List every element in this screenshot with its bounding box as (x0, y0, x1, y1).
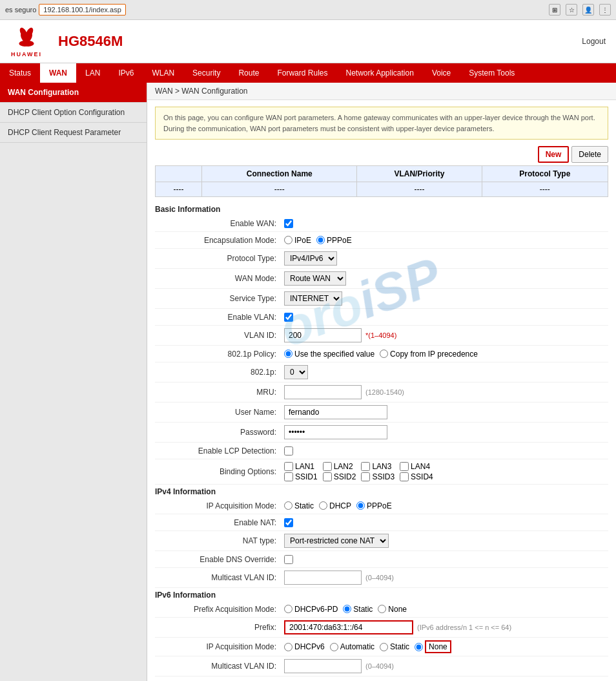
browser-bar: es seguro 192.168.100.1/index.asp ⊞ ☆ 👤 … (0, 0, 616, 20)
ipv4-multicast-row: Multicast VLAN ID: (0–4094) (155, 568, 608, 588)
ipv6-multicast-control: (0–4094) (284, 659, 608, 673)
protocol-label: Protocol Type: (155, 254, 284, 263)
ipv4-pppoe-item: PPPoE (356, 501, 392, 510)
table-row: ---- ---- ---- ---- (156, 182, 608, 197)
config-table: Connection Name VLAN/Priority Protocol T… (155, 165, 608, 197)
binding-ssid2-checkbox[interactable] (323, 472, 332, 481)
ipv6-multicast-label: Multicast VLAN ID: (155, 662, 284, 671)
service-control: INTERNET TR069 VOIP (284, 291, 608, 306)
enable-wan-control (284, 219, 608, 228)
nav-forward-rules[interactable]: Forward Rules (268, 63, 336, 83)
ipv6-none-label: None (425, 640, 451, 653)
policy-specified-radio[interactable] (284, 350, 293, 358)
pfx-dhcpv6pd-label: DHCPv6-PD (294, 605, 338, 614)
ipv4-dhcp-radio[interactable] (319, 501, 327, 510)
wan-mode-select[interactable]: Route WAN Bridge WAN (284, 271, 346, 286)
extension-icon[interactable]: ⊞ (549, 4, 560, 16)
pfx-none-radio[interactable] (378, 605, 386, 613)
nav-status[interactable]: Status (0, 63, 40, 83)
ipv6-static-item: Static (380, 642, 409, 651)
binding-lan4-checkbox[interactable] (400, 462, 409, 471)
lcp-checkbox[interactable] (284, 446, 293, 456)
ipv4-static-label: Static (294, 501, 314, 510)
service-select[interactable]: INTERNET TR069 VOIP (284, 291, 342, 306)
nav-security[interactable]: Security (183, 63, 229, 83)
binding-ssid4: SSID4 (400, 472, 433, 481)
binding-lan2-checkbox[interactable] (323, 462, 332, 471)
ipv6-title: IPv6 Information (155, 588, 608, 601)
binding-lan3-checkbox[interactable] (361, 462, 370, 471)
vlan-id-label: VLAN ID: (155, 331, 284, 340)
ipv4-static-radio[interactable] (284, 501, 293, 510)
binding-lan3-label: LAN3 (372, 462, 391, 471)
sidebar-dhcp-option[interactable]: DHCP Client Option Configuration (0, 103, 147, 123)
ipv6-dhcpv6-radio[interactable] (284, 643, 293, 651)
password-label: Password: (155, 428, 284, 437)
ipv4-pppoe-radio[interactable] (356, 501, 365, 510)
ipv4-multicast-label: Multicast VLAN ID: (155, 573, 284, 582)
policy-copy-radio[interactable] (380, 350, 388, 358)
dns-override-checkbox[interactable] (284, 555, 293, 564)
protocol-select[interactable]: IPv4/IPv6 IPv4 IPv6 (284, 251, 337, 266)
binding-ssid2-label: SSID2 (334, 472, 356, 481)
password-input[interactable] (284, 425, 387, 439)
binding-ssid4-checkbox[interactable] (400, 472, 409, 481)
ipv4-multicast-input[interactable] (284, 571, 362, 585)
dot1p-select[interactable]: 0 1 2 (284, 365, 308, 379)
sidebar-wan-configuration[interactable]: WAN Configuration (0, 83, 147, 103)
ipv6-none-radio[interactable] (415, 643, 423, 651)
nav-lan[interactable]: LAN (76, 63, 109, 83)
pfx-dhcpv6pd-item: DHCPv6-PD (284, 605, 338, 614)
col-connection-name: Connection Name (202, 166, 357, 182)
star-icon[interactable]: ☆ (566, 4, 577, 16)
ipv6-multicast-hint: (0–4094) (365, 662, 394, 670)
ipv6-automatic-radio[interactable] (330, 643, 338, 651)
ipv6-none-item: None (415, 640, 451, 653)
enable-vlan-checkbox[interactable] (284, 313, 293, 322)
sidebar-dhcp-request[interactable]: DHCP Client Request Parameter (0, 123, 147, 143)
vlan-id-input[interactable] (284, 328, 362, 342)
new-button[interactable]: New (538, 146, 570, 163)
encap-ipoE-radio[interactable] (284, 236, 293, 244)
nav-ipv6[interactable]: IPv6 (109, 63, 143, 83)
nat-type-select[interactable]: Port-restricted cone NAT Full cone NAT R… (284, 534, 389, 548)
encap-ipoE-label: IPoE (294, 236, 311, 245)
nav-wlan[interactable]: WLAN (143, 63, 183, 83)
delete-button[interactable]: Delete (571, 146, 608, 163)
logout-button[interactable]: Logout (582, 37, 606, 46)
pfx-static-radio[interactable] (343, 605, 351, 613)
nav-wan[interactable]: WAN (40, 63, 76, 83)
policy-specified-label: Use the specified value (294, 350, 375, 359)
mru-input[interactable] (284, 385, 362, 399)
ipv6-static-radio[interactable] (380, 643, 388, 651)
binding-ssid3-checkbox[interactable] (361, 472, 370, 481)
pfx-static-label: Static (353, 605, 373, 614)
prefix-input[interactable] (284, 620, 413, 634)
nat-type-row: NAT type: Port-restricted cone NAT Full … (155, 531, 608, 551)
nav-voice[interactable]: Voice (423, 63, 460, 83)
policy-row: 802.1p Policy: Use the specified value C… (155, 346, 608, 362)
ipv6-multicast-row: Multicast VLAN ID: (0–4094) (155, 656, 608, 676)
pfx-none-item: None (378, 605, 407, 614)
url-bar[interactable]: 192.168.100.1/index.asp (39, 4, 126, 16)
enable-nat-checkbox[interactable] (284, 518, 293, 527)
prefix-hint: (IPv6 address/n 1 <= n <= 64) (417, 623, 511, 631)
ipv6-multicast-input[interactable] (284, 659, 362, 673)
enable-wan-checkbox[interactable] (284, 219, 293, 228)
nav-network-application[interactable]: Network Application (336, 63, 422, 83)
encap-pppoe-radio[interactable] (316, 236, 325, 244)
username-input[interactable] (284, 405, 387, 419)
table-cell-select: ---- (156, 182, 202, 197)
binding-ssid4-label: SSID4 (411, 472, 433, 481)
pfx-dhcpv6pd-radio[interactable] (284, 605, 293, 613)
account-icon[interactable]: 👤 (582, 4, 594, 16)
nav-route[interactable]: Route (229, 63, 268, 83)
menu-icon[interactable]: ⋮ (599, 4, 611, 16)
binding-ssid1-checkbox[interactable] (284, 472, 293, 481)
binding-ssid3: SSID3 (361, 472, 395, 481)
binding-lan1-checkbox[interactable] (284, 462, 293, 471)
nav-system-tools[interactable]: System Tools (460, 63, 524, 83)
binding-row: Binding Options: LAN1 LAN2 (155, 459, 608, 485)
pfx-static-item: Static (343, 605, 373, 614)
policy-specified-item: Use the specified value (284, 350, 375, 359)
